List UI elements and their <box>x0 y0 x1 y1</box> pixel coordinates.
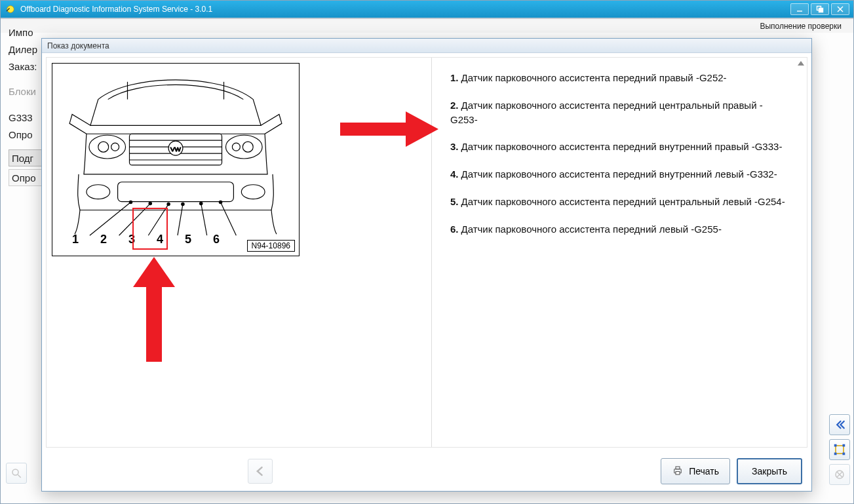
minimize-button[interactable] <box>790 3 809 15</box>
printer-icon <box>672 465 684 478</box>
svg-line-44 <box>178 204 183 236</box>
dialog-footer: Печать Закрыть <box>42 452 811 491</box>
svg-rect-3 <box>819 9 823 12</box>
svg-rect-52 <box>676 471 680 475</box>
document-dialog: Показ документа <box>41 38 812 492</box>
left-tab-prepare[interactable]: Подг <box>9 149 44 166</box>
figure-part-number: N94-10896 <box>247 240 295 252</box>
highlight-box <box>132 208 168 250</box>
maximize-button[interactable] <box>811 3 829 15</box>
sensor-list-pane: 1.Датчик парковочного ассистента передни… <box>432 58 807 447</box>
left-row-import: Импо <box>9 24 44 41</box>
svg-text:VW: VW <box>170 145 182 153</box>
car-diagram: VW <box>52 63 300 256</box>
sensor-item-2: 2.Датчик парковочного ассистента передни… <box>450 98 788 127</box>
print-button-label: Печать <box>689 466 719 476</box>
svg-marker-49 <box>798 61 804 66</box>
callout-2: 2 <box>100 233 107 246</box>
print-button[interactable]: Печать <box>661 458 730 484</box>
svg-rect-11 <box>843 453 845 456</box>
svg-rect-8 <box>834 444 837 447</box>
callout-1: 1 <box>72 233 79 246</box>
svg-line-46 <box>221 203 237 236</box>
scroll-up-icon[interactable] <box>796 59 805 68</box>
figure-pane: VW <box>47 58 432 447</box>
left-row-order: Заказ: <box>9 58 44 75</box>
chevron-left-double-button[interactable] <box>829 414 850 435</box>
work-area: Импо Дилер Заказ: Блоки G333 Опро Подг О… <box>1 18 853 503</box>
svg-point-27 <box>98 142 109 152</box>
svg-rect-7 <box>836 446 844 454</box>
sensor-item-4: 4.Датчик парковочного ассистента передни… <box>450 167 788 182</box>
svg-point-15 <box>12 469 18 475</box>
sensor-item-5: 5.Датчик парковочного ассистента передни… <box>450 195 788 209</box>
svg-rect-10 <box>834 453 837 456</box>
svg-marker-47 <box>133 257 175 362</box>
svg-point-31 <box>232 143 240 151</box>
svg-point-30 <box>243 142 253 152</box>
title-bar: Offboard Diagnostic Information System S… <box>1 1 853 18</box>
left-row-blocks: Блоки <box>9 83 44 100</box>
sensor-list: 1.Датчик парковочного ассистента передни… <box>450 71 788 236</box>
sensor-item-6: 6.Датчик парковочного ассистента передни… <box>450 222 788 237</box>
annotation-arrow-up <box>133 257 175 362</box>
close-button-label: Закрыть <box>752 466 787 476</box>
svg-point-26 <box>89 135 126 159</box>
status-bar: Выполнение проверки <box>1 18 853 33</box>
window-title: Offboard Diagnostic Information System S… <box>20 5 212 14</box>
svg-line-45 <box>201 204 207 236</box>
prev-page-button <box>248 459 273 484</box>
cancel-button <box>829 464 850 485</box>
callout-5: 5 <box>185 233 191 246</box>
svg-point-28 <box>111 143 119 151</box>
left-row-dealer: Дилер <box>9 41 44 58</box>
close-button[interactable]: Закрыть <box>737 458 802 484</box>
right-tool-strip <box>828 414 851 485</box>
svg-line-41 <box>90 203 131 236</box>
svg-point-34 <box>241 185 265 199</box>
callout-6: 6 <box>213 233 220 246</box>
dialog-title: Показ документа <box>42 39 811 53</box>
sensor-item-1: 1.Датчик парковочного ассистента передни… <box>450 71 788 85</box>
svg-point-29 <box>225 135 262 159</box>
crop-select-button[interactable] <box>829 439 850 460</box>
dialog-body: VW <box>46 57 807 448</box>
left-row-opro1: Опро <box>9 126 44 143</box>
left-tab-opro2[interactable]: Опро <box>9 169 44 186</box>
svg-marker-48 <box>340 111 438 147</box>
app-icon <box>5 3 16 15</box>
zoom-button <box>6 463 27 484</box>
left-row-g333: G333 <box>9 109 44 126</box>
svg-rect-32 <box>118 182 234 202</box>
annotation-arrow-right <box>340 111 438 147</box>
svg-line-16 <box>18 475 21 478</box>
svg-rect-9 <box>843 444 845 447</box>
sensor-item-3: 3.Датчик парковочного ассистента передни… <box>450 140 788 154</box>
svg-point-33 <box>87 185 110 199</box>
left-panel: Импо Дилер Заказ: Блоки G333 Опро Подг О… <box>1 18 47 503</box>
status-text: Выполнение проверки <box>760 22 842 31</box>
svg-rect-51 <box>676 467 680 469</box>
close-window-button[interactable] <box>831 3 849 15</box>
application-window: Offboard Diagnostic Information System S… <box>0 0 854 504</box>
